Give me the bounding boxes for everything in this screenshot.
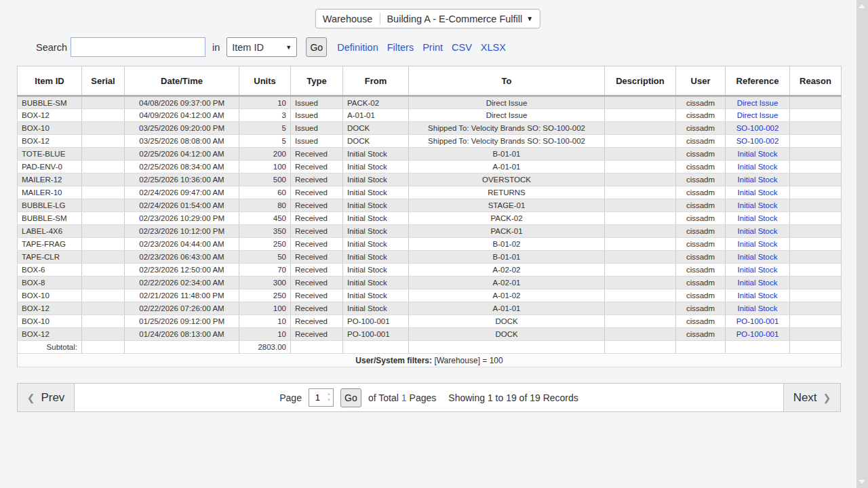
cell-datetime: 02/23/2026 12:50:00 AM bbox=[125, 264, 239, 277]
column-header-user: User bbox=[676, 66, 726, 96]
cell-from: Initial Stock bbox=[343, 225, 409, 238]
cell-type: Received bbox=[291, 174, 343, 186]
definition-link[interactable]: Definition bbox=[337, 42, 378, 53]
reference-link[interactable]: Initial Stock bbox=[738, 304, 778, 312]
cell-serial bbox=[82, 289, 125, 302]
cell-units: 500 bbox=[239, 174, 291, 186]
search-field-select[interactable]: Item ID ▼ bbox=[226, 37, 297, 57]
warehouse-selector-value: Building A - E-Commerce Fulfill bbox=[387, 14, 522, 24]
cell-reference: Initial Stock bbox=[726, 277, 790, 289]
reference-link[interactable]: Direct Issue bbox=[737, 99, 778, 107]
cell-from: Initial Stock bbox=[343, 212, 409, 225]
search-input[interactable] bbox=[71, 37, 205, 57]
cell-serial bbox=[82, 238, 125, 251]
search-go-button[interactable]: Go bbox=[306, 37, 327, 57]
cell-item_id: BUBBLE-LG bbox=[18, 199, 82, 212]
reference-link[interactable]: Initial Stock bbox=[738, 291, 778, 300]
reference-link[interactable]: Initial Stock bbox=[738, 240, 778, 248]
cell-datetime: 01/25/2026 09:12:00 PM bbox=[125, 315, 239, 328]
selector-divider bbox=[379, 13, 380, 24]
cell-type: Received bbox=[291, 277, 343, 289]
next-button[interactable]: Next ❯ bbox=[783, 384, 840, 411]
cell-to: Shipped To: Velocity Brands SO: SO-100-0… bbox=[409, 135, 605, 148]
cell-description bbox=[605, 122, 676, 135]
cell-reason bbox=[790, 122, 842, 135]
select-caret-icon: ▼ bbox=[285, 44, 292, 51]
cell-reference: Initial Stock bbox=[726, 174, 790, 186]
reference-link[interactable]: Initial Stock bbox=[738, 163, 778, 171]
reference-link[interactable]: PO-100-001 bbox=[736, 317, 779, 325]
cell-user: cissadm bbox=[676, 199, 726, 212]
reference-link[interactable]: Initial Stock bbox=[738, 201, 778, 209]
reference-link[interactable]: PO-100-001 bbox=[736, 330, 779, 338]
cell-user: cissadm bbox=[676, 186, 726, 199]
cell-item_id: BOX-8 bbox=[18, 277, 82, 289]
table-row: BOX-1204/09/2026 04:12:00 AM3IssuedA-01-… bbox=[18, 109, 842, 122]
cell-from: DOCK bbox=[343, 135, 409, 148]
warehouse-selector[interactable]: Warehouse Building A - E-Commerce Fulfil… bbox=[315, 9, 540, 28]
xlsx-link[interactable]: XLSX bbox=[481, 42, 506, 53]
cell-from: Initial Stock bbox=[343, 251, 409, 264]
reference-link[interactable]: Initial Stock bbox=[738, 253, 778, 261]
stepper-up-icon[interactable]: ▲ bbox=[327, 392, 331, 396]
cell-type: Received bbox=[291, 302, 343, 315]
cell-user: cissadm bbox=[676, 302, 726, 315]
cell-units: 50 bbox=[239, 251, 291, 264]
prev-button[interactable]: ❮ Prev bbox=[18, 384, 75, 411]
cell-units: 10 bbox=[239, 315, 291, 328]
vertical-scrollbar[interactable] bbox=[856, 0, 868, 488]
cell-item_id: BOX-12 bbox=[18, 109, 82, 122]
chevron-down-icon: ▼ bbox=[526, 15, 533, 22]
cell-from: PO-100-001 bbox=[343, 328, 409, 341]
cell-serial bbox=[82, 135, 125, 148]
scrollbar-down-icon[interactable] bbox=[859, 480, 865, 484]
reference-link[interactable]: Initial Stock bbox=[738, 266, 778, 274]
reference-link[interactable]: Initial Stock bbox=[738, 176, 778, 184]
cell-reason bbox=[790, 212, 842, 225]
table-body: BUBBLE-SM04/08/2026 09:37:00 PM10IssuedP… bbox=[18, 96, 842, 341]
cell-user: cissadm bbox=[676, 277, 726, 289]
cell-units: 250 bbox=[239, 238, 291, 251]
reference-link[interactable]: Initial Stock bbox=[738, 227, 778, 235]
warehouse-selector-label: Warehouse bbox=[323, 14, 373, 24]
stepper-down-icon[interactable]: ▼ bbox=[327, 398, 331, 402]
reference-link[interactable]: Direct Issue bbox=[737, 111, 778, 119]
reference-link[interactable]: Initial Stock bbox=[738, 214, 778, 222]
reference-link[interactable]: Initial Stock bbox=[738, 188, 778, 197]
filters-link[interactable]: Filters bbox=[387, 42, 414, 53]
cell-type: Received bbox=[291, 315, 343, 328]
cell-from: A-01-01 bbox=[343, 109, 409, 122]
cell-serial bbox=[82, 122, 125, 135]
cell-reason bbox=[790, 289, 842, 302]
cell-type: Received bbox=[291, 251, 343, 264]
reference-link[interactable]: Initial Stock bbox=[738, 150, 778, 158]
print-link[interactable]: Print bbox=[422, 42, 443, 53]
page-go-button[interactable]: Go bbox=[340, 388, 361, 407]
cell-user: cissadm bbox=[676, 289, 726, 302]
cell-reason bbox=[790, 238, 842, 251]
cell-type: Issued bbox=[291, 135, 343, 148]
reference-link[interactable]: Initial Stock bbox=[738, 279, 778, 287]
cell-user: cissadm bbox=[676, 328, 726, 341]
cell-reason bbox=[790, 264, 842, 277]
cell-serial bbox=[82, 251, 125, 264]
cell-from: Initial Stock bbox=[343, 277, 409, 289]
table-row: BUBBLE-LG02/24/2026 01:54:00 AM80Receive… bbox=[18, 199, 842, 212]
reference-link[interactable]: SO-100-002 bbox=[736, 137, 779, 145]
cell-serial bbox=[82, 302, 125, 315]
csv-link[interactable]: CSV bbox=[452, 42, 472, 53]
cell-user: cissadm bbox=[676, 96, 726, 109]
reference-link[interactable]: SO-100-002 bbox=[736, 124, 779, 132]
cell-datetime: 03/25/2026 09:20:00 PM bbox=[125, 122, 239, 135]
cell-reason bbox=[790, 251, 842, 264]
scrollbar-up-icon[interactable] bbox=[859, 4, 865, 8]
page-number-stepper[interactable]: ▲ ▼ bbox=[309, 388, 334, 407]
cell-type: Received bbox=[291, 186, 343, 199]
table-row: BOX-1003/25/2026 09:20:00 PM5IssuedDOCKS… bbox=[18, 122, 842, 135]
cell-description bbox=[605, 186, 676, 199]
table-row: MAILER-1002/24/2026 09:47:00 AM60Receive… bbox=[18, 186, 842, 199]
cell-units: 60 bbox=[239, 186, 291, 199]
cell-to: A-01-01 bbox=[409, 161, 605, 174]
stepper-arrows[interactable]: ▲ ▼ bbox=[327, 392, 331, 402]
cell-to: PACK-02 bbox=[409, 212, 605, 225]
